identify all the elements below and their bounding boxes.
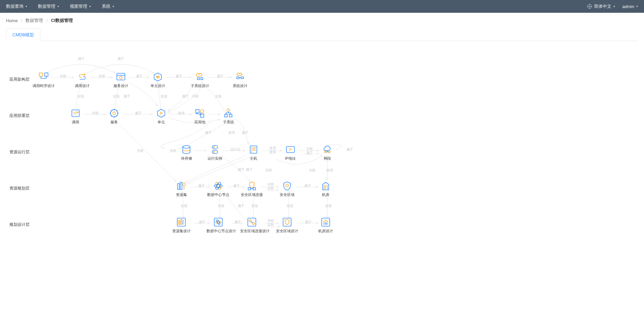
- node-room[interactable]: 机房: [314, 181, 337, 197]
- node-label: 应用包: [188, 120, 212, 125]
- svg-point-18: [183, 146, 190, 148]
- node-sec-link[interactable]: 安全区域连接: [240, 181, 264, 197]
- tab-cmdb-model[interactable]: CMDB模型: [6, 28, 40, 41]
- node-segment[interactable]: 网段: [316, 145, 339, 161]
- svg-rect-7: [241, 77, 243, 79]
- node-resset[interactable]: 资源集: [170, 181, 193, 197]
- call-icon: [71, 108, 81, 118]
- host-icon: [248, 145, 259, 155]
- edge-label: 属于: [238, 204, 244, 208]
- segment-icon: [322, 145, 332, 155]
- node-sec-zone-design[interactable]: 安全区域设计: [275, 217, 299, 234]
- edge-label: 实现: [160, 94, 167, 99]
- datacenter-node-design-icon: [213, 217, 223, 227]
- node-sec-link-design[interactable]: 安全区域连接设计: [240, 217, 264, 234]
- node-label: 安全区域连接: [240, 192, 264, 197]
- svg-point-27: [325, 151, 326, 153]
- storage-icon: [181, 145, 191, 155]
- node-label: 安全区域设计: [275, 229, 299, 234]
- node-label: 单元设计: [146, 83, 170, 88]
- node-block-storage[interactable]: 块存储: [175, 145, 198, 161]
- edge-label: 使用: [269, 146, 276, 151]
- resource-set-icon: [176, 181, 186, 191]
- nav-item-manage[interactable]: 数据管理▾: [38, 3, 59, 9]
- svg-point-13: [200, 110, 204, 113]
- edge-label: 关联: [98, 74, 105, 79]
- node-resset-design[interactable]: 资源集设计: [170, 217, 193, 234]
- nav-right: 简体中文▾ admin▾: [587, 3, 638, 9]
- nav-item-system[interactable]: 系统▾: [102, 3, 114, 9]
- node-service-design[interactable]: 服务设计: [109, 72, 133, 88]
- edge-label: 属于: [176, 74, 182, 79]
- nav-item-view[interactable]: 视图管理▾: [70, 3, 91, 9]
- language-label: 简体中文: [594, 3, 611, 9]
- node-label: 机房: [314, 192, 337, 197]
- diagram-canvas[interactable]: 应用架构层 应用部署层 资源运行层 资源规划层 规划设计层 调用时序设计 调用设…: [0, 44, 644, 319]
- nav-label: 数据查询: [6, 3, 24, 9]
- svg-rect-14: [200, 114, 204, 117]
- svg-rect-16: [225, 114, 227, 117]
- nav-label: 数据管理: [38, 3, 55, 9]
- breadcrumb-mid[interactable]: 数据管理: [26, 17, 43, 24]
- node-host[interactable]: 主机: [242, 145, 265, 161]
- top-nav-bar: 数据查询▾ 数据管理▾ 视图管理▾ 系统▾ 简体中文▾ admin▾: [0, 0, 644, 13]
- subsystem-icon: [223, 108, 233, 118]
- node-sys-design[interactable]: 系统设计: [228, 72, 252, 88]
- node-ip[interactable]: IPIP地址: [279, 145, 302, 161]
- call-design-icon: [77, 72, 87, 82]
- node-dc-node-design[interactable]: 数据中心节点设计: [206, 217, 230, 234]
- node-call[interactable]: 调用: [64, 108, 87, 125]
- svg-rect-23: [250, 146, 257, 153]
- breadcrumb-sep: /: [46, 18, 48, 23]
- breadcrumb: Home / 数据管理 / CI数据管理: [0, 13, 644, 25]
- node-label: 运行实例: [203, 156, 227, 161]
- language-selector[interactable]: 简体中文▾: [587, 3, 615, 9]
- edge-label: 关联: [192, 94, 199, 99]
- nav-label: 视图管理: [70, 3, 87, 9]
- datacenter-node-icon: [213, 181, 223, 191]
- unit-design-icon: [153, 72, 163, 82]
- edge-label: 关联: [265, 168, 272, 173]
- node-service[interactable]: 服务: [102, 108, 126, 125]
- node-unit[interactable]: 单元: [149, 108, 173, 125]
- edge-label: 关联: [306, 147, 313, 151]
- edge-label: 实现: [325, 204, 332, 208]
- node-subsystem[interactable]: 子系统: [217, 108, 240, 125]
- user-menu[interactable]: admin▾: [623, 4, 638, 9]
- node-label: 网段: [316, 156, 339, 161]
- breadcrumb-home[interactable]: Home: [6, 18, 18, 23]
- svg-rect-29: [178, 184, 179, 190]
- svg-rect-12: [196, 110, 199, 113]
- node-label: 块存储: [175, 156, 198, 161]
- svg-rect-8: [72, 110, 79, 117]
- svg-text:IP: IP: [289, 148, 292, 152]
- globe-icon: [587, 4, 592, 9]
- node-label: 资源集: [170, 192, 193, 197]
- node-sec-zone[interactable]: 安全区域: [275, 181, 299, 197]
- edge-label: 实现: [181, 204, 187, 208]
- unit-icon: [156, 108, 166, 118]
- node-app-package[interactable]: 应用包: [188, 108, 212, 125]
- svg-point-10: [113, 112, 116, 115]
- node-unit-design[interactable]: 单元设计: [146, 72, 170, 88]
- resource-set-design-icon: [176, 217, 186, 227]
- user-label: admin: [623, 4, 634, 9]
- node-label: 服务: [102, 120, 126, 125]
- security-zone-design-icon: [282, 217, 292, 227]
- node-subsys-design[interactable]: 子系统设计: [188, 72, 212, 88]
- node-label: 调用时序设计: [32, 83, 55, 88]
- node-call-design[interactable]: 调用设计: [71, 72, 94, 88]
- edge-label: 关联: [267, 182, 274, 187]
- node-label: 资源集设计: [170, 229, 193, 234]
- nav-menu: 数据查询▾ 数据管理▾ 视图管理▾ 系统▾: [6, 3, 114, 9]
- edge-label: 属于: [78, 56, 85, 61]
- node-room-design[interactable]: 机房设计: [314, 217, 337, 234]
- edge-label: 属于: [304, 184, 311, 188]
- nav-item-query[interactable]: 数据查询▾: [6, 3, 27, 9]
- svg-rect-4: [197, 78, 199, 80]
- node-label: 数据中心节点设计: [206, 229, 230, 234]
- room-icon: [321, 181, 331, 191]
- node-seq-design[interactable]: 调用时序设计: [32, 72, 55, 88]
- node-dc-node[interactable]: 数据中心节点: [206, 181, 230, 197]
- node-instance[interactable]: 运行实例: [203, 145, 227, 161]
